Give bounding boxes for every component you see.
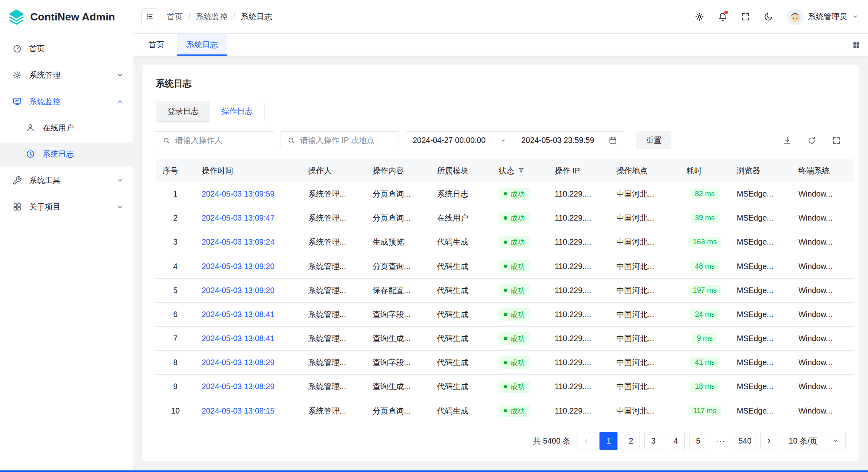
pagination-page-2[interactable]: 2 bbox=[622, 432, 640, 450]
time-link[interactable]: 2024-05-03 13:08:41 bbox=[202, 310, 275, 319]
dark-mode-icon[interactable] bbox=[759, 7, 778, 26]
pagination-ellipsis[interactable]: ··· bbox=[712, 432, 730, 450]
pagination-page-1[interactable]: 1 bbox=[599, 432, 617, 450]
cell-browser: MSEdge... bbox=[730, 278, 792, 302]
table-fullscreen-icon[interactable] bbox=[828, 131, 846, 149]
pagination-next-button[interactable] bbox=[760, 432, 778, 450]
status-dot-icon bbox=[504, 313, 507, 316]
time-link[interactable]: 2024-05-03 13:08:29 bbox=[202, 358, 275, 367]
cell-seq: 3 bbox=[156, 230, 195, 254]
time-link[interactable]: 2024-05-03 13:09:59 bbox=[202, 189, 275, 198]
cell-os: Window... bbox=[792, 326, 854, 350]
time-link[interactable]: 2024-05-03 13:08:41 bbox=[202, 334, 275, 343]
cell-browser: MSEdge... bbox=[730, 375, 792, 399]
sidebar-item-label: 系统管理 bbox=[29, 70, 109, 80]
cell-os: Window... bbox=[792, 399, 854, 423]
sidebar-item-label: 系统日志 bbox=[42, 149, 124, 159]
chevron-down-icon bbox=[116, 177, 124, 185]
time-link[interactable]: 2024-05-03 13:09:20 bbox=[202, 286, 275, 295]
sidebar-item-4[interactable]: 关于项目 bbox=[0, 195, 133, 219]
pagination-page-3[interactable]: 3 bbox=[644, 432, 662, 450]
cell-content: 查询字段... bbox=[366, 351, 430, 375]
cell-operator: 系统管理... bbox=[301, 206, 366, 230]
page-size-value: 10 条/页 bbox=[789, 436, 818, 446]
cell-content: 分页查询... bbox=[366, 206, 430, 230]
time-link[interactable]: 2024-05-03 13:08:15 bbox=[202, 406, 275, 415]
cell-module: 系统日志 bbox=[430, 182, 492, 206]
cell-seq: 9 bbox=[156, 375, 195, 399]
breadcrumb-item[interactable]: 首页 bbox=[167, 11, 182, 22]
pagination-page-4[interactable]: 4 bbox=[667, 432, 685, 450]
ip-search-input[interactable] bbox=[300, 136, 392, 145]
date-end-value: 2024-05-03 23:59:59 bbox=[521, 136, 594, 145]
date-range-picker[interactable]: 2024-04-27 00:00:00 - 2024-05-03 23:59:5… bbox=[406, 131, 624, 149]
header: 首页/系统监控/系统日志 bbox=[133, 0, 868, 34]
breadcrumb-item[interactable]: 系统监控 bbox=[196, 11, 227, 22]
cell-time: 2024-05-03 13:09:20 bbox=[195, 278, 301, 302]
duration-badge: 18 ms bbox=[690, 382, 719, 392]
log-tab-1[interactable]: 操作日志 bbox=[210, 101, 264, 121]
fullscreen-icon[interactable] bbox=[736, 7, 755, 26]
cell-content: 查询生成... bbox=[366, 326, 430, 350]
cell-time: 2024-05-03 13:09:59 bbox=[195, 182, 301, 206]
cell-seq: 6 bbox=[156, 302, 195, 326]
ip-search-field[interactable] bbox=[281, 131, 399, 149]
cell-seq: 8 bbox=[156, 351, 195, 375]
time-link[interactable]: 2024-05-03 13:09:20 bbox=[202, 262, 275, 271]
pagination-prev-button[interactable] bbox=[577, 432, 595, 450]
time-link[interactable]: 2024-05-03 13:09:47 bbox=[202, 213, 275, 222]
tab-1[interactable]: 系统日志 bbox=[177, 34, 227, 56]
column-header: 状态 bbox=[492, 159, 548, 182]
app-logo[interactable]: ContiNew Admin bbox=[0, 0, 133, 34]
sidebar-item-2[interactable]: 系统监控 bbox=[0, 90, 133, 113]
cell-status: 成功 bbox=[492, 375, 548, 399]
sidebar-item-label: 系统监控 bbox=[29, 96, 109, 107]
tab-0[interactable]: 首页 bbox=[139, 34, 174, 56]
cell-ip: 110.229.... bbox=[548, 230, 609, 254]
download-icon[interactable] bbox=[778, 131, 796, 149]
sidebar-item-3[interactable]: 系统工具 bbox=[0, 169, 133, 192]
cell-seq: 7 bbox=[156, 326, 195, 350]
status-badge: 成功 bbox=[499, 212, 530, 224]
notification-button[interactable] bbox=[713, 7, 732, 26]
sidebar-subitem-2-0[interactable]: 在线用户 bbox=[0, 116, 133, 140]
time-link[interactable]: 2024-05-03 13:08:29 bbox=[202, 382, 275, 391]
table-row: 52024-05-03 13:09:20系统管理...保存配置...代码生成成功… bbox=[156, 278, 854, 302]
cell-status: 成功 bbox=[492, 302, 548, 326]
pagination-page-540[interactable]: 540 bbox=[734, 432, 756, 450]
sidebar-item-label: 关于项目 bbox=[29, 201, 109, 212]
status-dot-icon bbox=[504, 337, 507, 340]
table-row: 62024-05-03 13:08:41系统管理...查询字段...代码生成成功… bbox=[156, 302, 854, 326]
sidebar-subitem-2-1[interactable]: 系统日志 bbox=[0, 143, 133, 166]
cell-os: Window... bbox=[792, 254, 854, 278]
chevron-down-icon bbox=[116, 203, 124, 211]
sidebar-item-1[interactable]: 系统管理 bbox=[0, 63, 133, 87]
table-row: 42024-05-03 13:09:20系统管理...分页查询...代码生成成功… bbox=[156, 254, 854, 278]
operator-search-field[interactable] bbox=[156, 131, 274, 149]
app-title: ContiNew Admin bbox=[30, 11, 115, 23]
duration-badge: 41 ms bbox=[690, 357, 719, 368]
reset-button[interactable]: 重置 bbox=[636, 131, 671, 149]
tab-actions-icon[interactable] bbox=[852, 34, 860, 56]
log-tab-0[interactable]: 登录日志 bbox=[156, 101, 210, 121]
sidebar-collapse-button[interactable] bbox=[141, 8, 158, 25]
status-badge: 成功 bbox=[499, 188, 530, 200]
operator-search-input[interactable] bbox=[175, 136, 267, 145]
sidebar-item-0[interactable]: 首页 bbox=[0, 37, 133, 60]
chevron-up-icon bbox=[116, 98, 124, 106]
column-header: 操作 IP bbox=[548, 159, 609, 182]
time-link[interactable]: 2024-05-03 13:09:24 bbox=[202, 237, 275, 246]
pagination-page-5[interactable]: 5 bbox=[689, 432, 707, 450]
status-dot-icon bbox=[504, 385, 507, 388]
cell-browser: MSEdge... bbox=[730, 230, 792, 254]
status-badge: 成功 bbox=[499, 356, 530, 369]
settings-icon[interactable] bbox=[690, 7, 709, 26]
cell-duration: 18 ms bbox=[680, 375, 730, 399]
breadcrumb-item[interactable]: 系统日志 bbox=[241, 11, 272, 22]
page-size-select[interactable]: 10 条/页 bbox=[783, 432, 846, 450]
filter-icon[interactable] bbox=[518, 167, 525, 174]
user-menu[interactable]: 系统管理员 bbox=[787, 8, 859, 25]
refresh-icon[interactable] bbox=[803, 131, 821, 149]
notification-dot bbox=[724, 11, 728, 14]
cell-duration: 117 ms bbox=[680, 399, 730, 423]
